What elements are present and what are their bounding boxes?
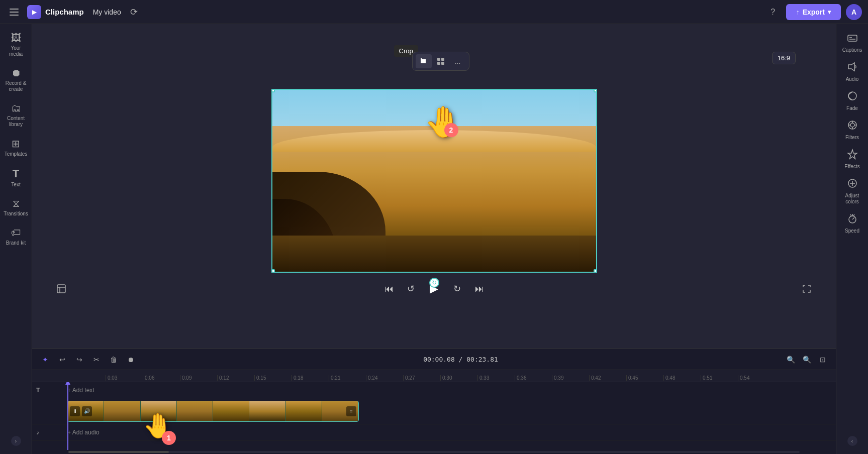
app-logo: ▶ Clipchamp [27, 5, 84, 19]
video-clip[interactable]: ⏸ 🔊 ≡ [67, 401, 359, 422]
handle-top-right[interactable] [594, 89, 597, 92]
app-name: Clipchamp [45, 8, 84, 16]
zoom-in-button[interactable]: 🔍 [800, 353, 814, 367]
video-track: ⏸ 🔊 ≡ [32, 398, 836, 424]
ruler-tick-10: 0:30 [440, 375, 477, 381]
sidebar-item-brand-kit[interactable]: 🏷 Brand kit [2, 223, 30, 250]
timeline-record-button[interactable]: ⏺ [124, 353, 138, 367]
audio-track: ♪ + Add audio [32, 424, 836, 440]
video-track-label [32, 398, 67, 424]
right-tool-audio[interactable]: Audio [838, 57, 866, 86]
clip-thumb-4 [177, 401, 213, 421]
menu-button[interactable] [6, 4, 22, 20]
timeline-tracks: T + Add text [32, 382, 836, 450]
ruler-tick-6: 0:18 [292, 375, 329, 381]
right-tool-fade[interactable]: Fade [838, 86, 866, 116]
right-tool-speed[interactable]: Speed [838, 209, 866, 238]
audio-track-content[interactable]: + Add audio [67, 424, 836, 440]
content-library-icon: 🗂 [11, 102, 21, 114]
clip-options-button[interactable] [52, 280, 70, 298]
timeline-redo-button[interactable]: ↪ [72, 353, 86, 367]
rewind-5s-button[interactable]: ↺ [402, 280, 420, 298]
svg-line-23 [850, 214, 851, 216]
svg-rect-7 [848, 35, 857, 41]
aspect-ratio-button[interactable]: 16:9 [772, 52, 796, 64]
zoom-out-button[interactable]: 🔍 [784, 353, 798, 367]
clip-audio-button[interactable]: 🔊 [82, 406, 92, 416]
svg-line-24 [853, 214, 854, 216]
topbar: ▶ Clipchamp My video ⟳ ? ↑ Export ▾ A [0, 0, 868, 24]
handle-bottom-left[interactable] [271, 269, 275, 273]
clip-thumb-7 [286, 401, 322, 421]
clip-thumb-6 [249, 401, 285, 421]
right-tool-effects[interactable]: Effects [838, 145, 866, 174]
text-track-content[interactable]: + Add text [67, 382, 836, 398]
ruler-tick-17: 0:51 [701, 375, 738, 381]
svg-point-13 [850, 123, 854, 127]
sidebar-item-templates[interactable]: ⊞ Templates [2, 134, 30, 161]
fade-icon [847, 90, 858, 104]
sidebar-item-your-media[interactable]: 🖼 Your media [2, 28, 30, 61]
sidebar-item-transitions[interactable]: ⧖ Transitions [2, 194, 30, 221]
your-media-icon: 🖼 [11, 32, 21, 44]
right-tool-filters[interactable]: Filters [838, 116, 866, 145]
forward-5s-button[interactable]: ↻ [448, 280, 466, 298]
clip-pause-button[interactable]: ⏸ [70, 406, 80, 416]
ruler-tick-15: 0:45 [626, 375, 663, 381]
timeline-undo-button[interactable]: ↩ [55, 353, 69, 367]
handle-top-left[interactable] [271, 89, 275, 92]
effects-icon [847, 149, 858, 162]
help-button[interactable]: ? [765, 4, 781, 20]
clip-controls: ⏸ 🔊 [70, 406, 92, 416]
fit-timeline-button[interactable]: ⊡ [816, 353, 830, 367]
scrollbar-thumb[interactable] [68, 451, 169, 453]
right-sidebar: Captions Audio Fade [836, 24, 868, 454]
playback-right [493, 280, 816, 298]
adjust-colors-icon [847, 178, 858, 191]
sidebar-item-text[interactable]: T Text [2, 163, 30, 192]
audio-icon [847, 61, 858, 75]
sidebar-item-record-create[interactable]: ⏺ Record & create [2, 63, 30, 96]
timeline-magic-button[interactable]: ✦ [38, 353, 52, 367]
more-options-button[interactable]: ... [450, 54, 466, 68]
video-frame [271, 89, 597, 273]
filters-icon [847, 120, 858, 133]
ruler-tick-2: 0:06 [143, 375, 180, 381]
preview-container: Crop ... [32, 24, 836, 349]
handle-bottom-right[interactable] [594, 269, 597, 273]
playhead[interactable] [67, 382, 68, 450]
right-sidebar-collapse-button[interactable]: ‹ [847, 436, 857, 446]
ruler-tick-3: 0:09 [180, 375, 217, 381]
timeline-delete-button[interactable]: 🗑 [107, 353, 121, 367]
add-text-button[interactable]: + Add text [67, 387, 94, 394]
sidebar-item-content-library[interactable]: 🗂 Content library [2, 98, 30, 132]
clip-end-button[interactable]: ≡ [346, 406, 356, 416]
left-sidebar: 🖼 Your media ⏺ Record & create 🗂 Content… [0, 24, 32, 454]
fullscreen-button[interactable] [798, 280, 816, 298]
crop-tool-button[interactable] [416, 54, 432, 68]
layout-tool-button[interactable] [433, 54, 449, 68]
captions-icon [847, 32, 858, 46]
brand-kit-icon: 🏷 [11, 227, 21, 239]
video-title[interactable]: My video [89, 6, 125, 18]
right-tool-adjust-colors[interactable]: Adjust colors [838, 174, 866, 209]
right-tool-captions[interactable]: Captions [838, 28, 866, 57]
svg-rect-3 [441, 62, 444, 65]
timeline-ruler: 0:03 0:06 0:09 0:12 0:15 0:18 0:21 0:24 … [32, 370, 836, 382]
rotation-handle[interactable]: ↻ [429, 278, 439, 288]
speed-icon [847, 213, 858, 226]
skip-to-end-button[interactable]: ⏭ [470, 280, 489, 298]
timeline-scrollbar[interactable] [32, 450, 836, 454]
clip-thumb-2 [104, 401, 140, 421]
user-avatar[interactable]: A [846, 4, 862, 20]
text-track-label: T [32, 387, 67, 394]
timeline-cut-button[interactable]: ✂ [89, 353, 104, 367]
ruler-tick-9: 0:27 [403, 375, 440, 381]
logo-icon: ▶ [27, 5, 41, 19]
playback-left [52, 280, 376, 298]
export-button[interactable]: ↑ Export ▾ [786, 4, 841, 20]
clip-thumb-5 [213, 401, 249, 421]
add-audio-button[interactable]: + Add audio [67, 429, 100, 436]
sidebar-expand-button[interactable]: › [11, 436, 21, 446]
skip-to-start-button[interactable]: ⏮ [380, 280, 398, 298]
